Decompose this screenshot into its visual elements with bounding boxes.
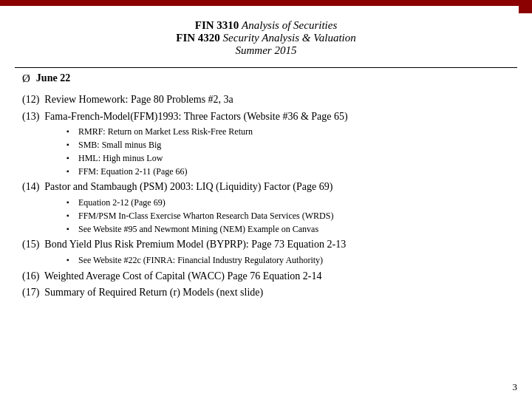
item-14-subbullets: ▪ Equation 2-12 (Page 69) ▪ FFM/PSM In-C…: [66, 197, 510, 235]
date-label: June 22: [36, 72, 70, 84]
course1-title: Analysis of Securities: [242, 19, 337, 31]
sub-bullet-eq2-12: ▪ Equation 2-12 (Page 69): [66, 197, 510, 209]
sub-bullet-smb: ▪ SMB: Small minus Big: [66, 139, 510, 151]
red-square-corner: [519, 0, 532, 13]
omega-bullet: Ø June 22: [22, 72, 510, 85]
header: FIN 3310 Analysis of Securities FIN 4320…: [0, 6, 532, 64]
sub-bullet-eq2-12-text: Equation 2-12 (Page 69): [78, 197, 166, 209]
top-bar: [0, 0, 532, 6]
header-line2: FIN 4320 Security Analysis & Valuation: [15, 32, 517, 44]
omega-symbol: Ø: [22, 72, 30, 85]
sub-bullet-website95: ▪ See Website #95 and Newmont Mining (NE…: [66, 223, 510, 236]
item-15: (15) Bond Yield Plus Risk Premium Model …: [22, 237, 510, 252]
bullet-dot-7: ▪: [66, 224, 72, 234]
sub-bullet-ffm: ▪ FFM: Equation 2-11 (Page 66): [66, 166, 510, 178]
sub-bullet-website95-text: See Website #95 and Newmont Mining (NEM)…: [78, 223, 318, 236]
header-line1: FIN 3310 Analysis of Securities: [15, 19, 517, 32]
bullet-dot-4: ▪: [66, 166, 72, 177]
page-number: 3: [513, 381, 518, 393]
item-13-num: (13): [22, 111, 39, 122]
sub-bullet-ffm-psm-text: FFM/PSM In-Class Exercise Wharton Resear…: [78, 210, 333, 222]
course2-title: Security Analysis & Valuation: [223, 32, 356, 44]
sub-bullet-finra-text: See Website #22c (FINRA: Financial Indus…: [78, 254, 323, 267]
sub-bullet-smb-text: SMB: Small minus Big: [78, 139, 161, 151]
item-12-num: (12): [22, 94, 39, 105]
sub-bullet-finra: ▪ See Website #22c (FINRA: Financial Ind…: [66, 254, 510, 267]
item-16-num: (16): [22, 270, 39, 282]
header-line3: Summer 2015: [15, 44, 517, 57]
item-14-text: Pastor and Stambaugh (PSM) 2003: LIQ (Li…: [44, 181, 332, 192]
course1-code: FIN 3310: [195, 19, 242, 31]
sub-bullet-ffm-psm: ▪ FFM/PSM In-Class Exercise Wharton Rese…: [66, 210, 510, 222]
item-17-num: (17): [22, 287, 39, 298]
bullet-dot-3: ▪: [66, 153, 72, 163]
item-15-text: Bond Yield Plus Risk Premium Model (BYPR…: [44, 239, 346, 250]
item-17: (17) Summary of Required Return (r) Mode…: [22, 285, 510, 300]
sub-bullet-rmrf: ▪ RMRF: Return on Market Less Risk-Free …: [66, 126, 510, 138]
bullet-dot-8: ▪: [66, 255, 72, 265]
bullet-dot-2: ▪: [66, 140, 72, 150]
bullet-dot-6: ▪: [66, 211, 72, 221]
item-13-subbullets: ▪ RMRF: Return on Market Less Risk-Free …: [66, 126, 510, 177]
sub-bullet-rmrf-text: RMRF: Return on Market Less Risk-Free Re…: [78, 126, 253, 138]
item-13-text: Fama-French-Model(FFM)1993: Three Factor…: [44, 111, 347, 122]
item-14: (14) Pastor and Stambaugh (PSM) 2003: LI…: [22, 180, 510, 194]
item-17-text: Summary of Required Return (r) Models (n…: [44, 287, 263, 298]
item-14-num: (14): [22, 181, 39, 192]
bullet-dot-5: ▪: [66, 197, 72, 208]
sub-bullet-hml: ▪ HML: High minus Low: [66, 152, 510, 165]
item-12: (12) Review Homework: Page 80 Problems #…: [22, 92, 510, 107]
header-divider: [15, 67, 517, 68]
sub-bullet-hml-text: HML: High minus Low: [78, 152, 163, 165]
item-13: (13) Fama-French-Model(FFM)1993: Three F…: [22, 109, 510, 124]
item-12-text: Review Homework: Page 80 Problems #2, 3a: [44, 94, 233, 105]
item-16-text: Weighted Average Cost of Capital (WACC) …: [44, 270, 321, 282]
course2-code: FIN 4320: [176, 32, 222, 44]
item-15-subbullets: ▪ See Website #22c (FINRA: Financial Ind…: [66, 254, 510, 267]
sub-bullet-ffm-text: FFM: Equation 2-11 (Page 66): [78, 166, 188, 178]
item-15-num: (15): [22, 239, 39, 250]
content: Ø June 22 (12) Review Homework: Page 80 …: [0, 72, 532, 300]
item-16: (16) Weighted Average Cost of Capital (W…: [22, 269, 510, 284]
bullet-dot-1: ▪: [66, 126, 72, 137]
